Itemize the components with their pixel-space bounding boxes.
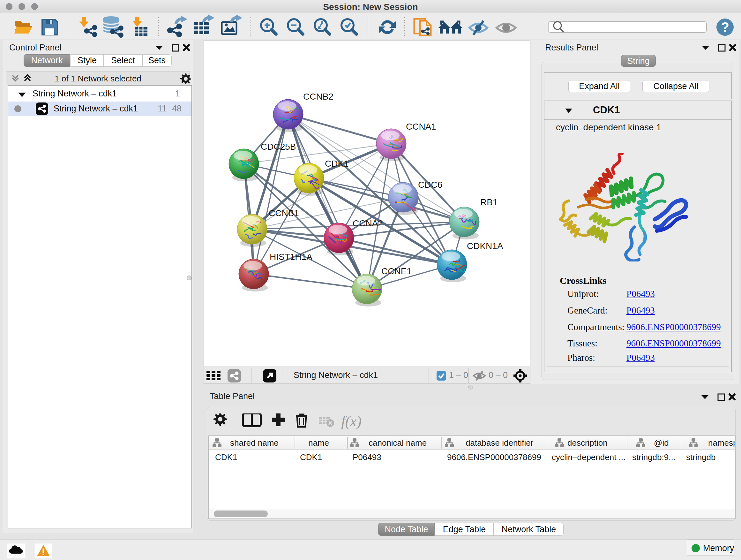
svg-text:CDC25B: CDC25B xyxy=(261,142,296,152)
svg-text:CCNB1: CCNB1 xyxy=(269,208,299,218)
svg-text:CCNA1: CCNA1 xyxy=(406,122,436,132)
svg-text:description: description xyxy=(567,438,608,448)
svg-text:CCNE1: CCNE1 xyxy=(381,266,412,276)
svg-text:canonical name: canonical name xyxy=(368,438,427,448)
svg-text:f(x): f(x) xyxy=(341,414,361,429)
svg-text:CDKN1A: CDKN1A xyxy=(467,241,503,251)
svg-text:?: ? xyxy=(721,19,729,35)
svg-text:CDC6: CDC6 xyxy=(418,180,442,190)
svg-text:HIST1H1A: HIST1H1A xyxy=(270,252,313,262)
svg-text:RB1: RB1 xyxy=(480,197,497,207)
svg-text:namespac: namespac xyxy=(708,438,735,448)
svg-text:CCNB2: CCNB2 xyxy=(303,91,333,102)
svg-text:database identifier: database identifier xyxy=(466,438,534,448)
svg-text:CDK1: CDK1 xyxy=(325,159,349,169)
svg-text:CCNA2: CCNA2 xyxy=(353,219,383,228)
svg-text:@id: @id xyxy=(654,438,669,448)
svg-text:shared name: shared name xyxy=(230,438,279,448)
svg-text:name: name xyxy=(308,438,329,448)
